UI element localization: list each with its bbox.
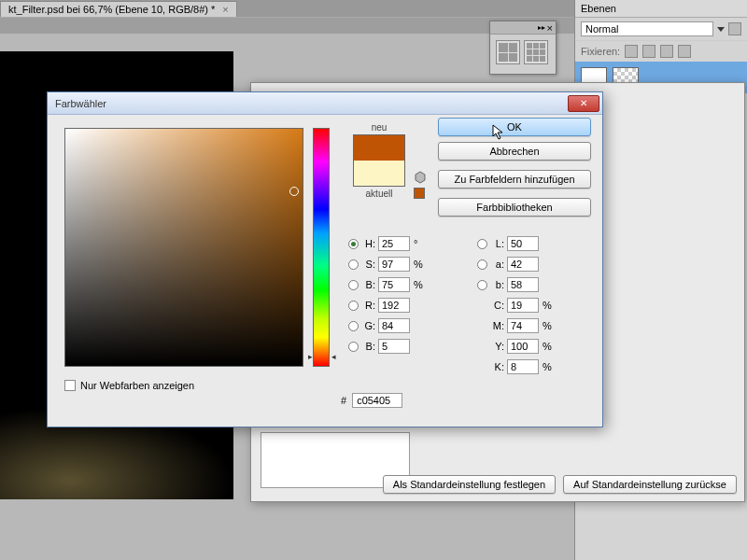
web-colors-checkbox[interactable] [64, 380, 76, 391]
hue-slider[interactable] [313, 128, 330, 367]
radio-g[interactable] [348, 321, 359, 331]
radio-s[interactable] [348, 259, 359, 270]
swatch-grid-icon[interactable] [524, 40, 548, 64]
hex-input[interactable]: c05405 [352, 393, 402, 408]
new-label: neu [346, 122, 412, 133]
color-picker-dialog: Farbwähler ✕ ▸ ◂ neu aktuell OK Abbreche… [47, 91, 603, 427]
websafe-swatch[interactable] [414, 188, 425, 199]
chevron-down-icon[interactable] [717, 27, 725, 32]
radio-r[interactable] [348, 301, 359, 311]
lock-all-icon[interactable] [678, 45, 691, 58]
a-input[interactable]: 42 [507, 257, 539, 272]
new-color [354, 135, 404, 161]
lock-label: Fixieren: [581, 46, 620, 57]
swatch-compare: neu aktuell [346, 122, 412, 201]
radio-l[interactable] [477, 239, 487, 249]
radio-a[interactable] [477, 259, 487, 270]
radio-bb[interactable] [348, 342, 359, 352]
h-input[interactable]: 25 [378, 236, 410, 251]
ok-button[interactable]: OK [438, 118, 591, 136]
color-libraries-button[interactable]: Farbbibliotheken [438, 198, 591, 217]
hsb-rgb-inputs: H:25° S:97% B:75% R:192 G:84 B:5 [348, 236, 430, 354]
document-tab-title: kt_Filter.psd bei 66,7% (Ebene 10, RGB/8… [8, 4, 215, 15]
g-input[interactable]: 84 [378, 318, 410, 333]
current-color [354, 161, 404, 186]
y-input[interactable]: 100 [507, 339, 539, 354]
current-label: aktuell [346, 189, 412, 199]
blend-mode-select[interactable]: Normal [581, 21, 713, 36]
hex-row: # c05405 [341, 393, 402, 408]
s-input[interactable]: 97 [378, 257, 410, 272]
lock-pixels-icon[interactable] [642, 45, 655, 58]
k-input[interactable]: 8 [507, 359, 539, 374]
web-colors-label: Nur Webfarben anzeigen [80, 380, 194, 391]
dialog-title: Farbwähler [55, 98, 106, 109]
lock-position-icon[interactable] [660, 45, 673, 58]
collapse-icon[interactable]: ▸▸ [538, 23, 545, 32]
lock-transparent-icon[interactable] [625, 45, 638, 58]
blend-mode-row: Normal [575, 18, 747, 41]
svg-marker-0 [416, 172, 425, 183]
m-input[interactable]: 74 [507, 318, 539, 333]
radio-lb[interactable] [477, 280, 487, 290]
lab-cmyk-inputs: L:50 a:42 b:58 C:19% M:74% Y:100% K:8% [477, 236, 559, 374]
layers-panel-title[interactable]: Ebenen [575, 0, 747, 18]
r-input[interactable]: 192 [378, 298, 410, 313]
web-colors-only[interactable]: Nur Webfarben anzeigen [64, 380, 194, 391]
c-input[interactable]: 19 [507, 298, 539, 313]
l-input[interactable]: 50 [507, 236, 539, 251]
close-icon[interactable]: × [547, 22, 553, 34]
panel-menu-icon[interactable] [728, 22, 741, 35]
cancel-button[interactable]: Abbrechen [438, 142, 591, 161]
b-input[interactable]: 75 [378, 277, 410, 292]
close-button[interactable]: ✕ [568, 95, 599, 112]
add-to-swatches-button[interactable]: Zu Farbfeldern hinzufügen [438, 170, 591, 189]
swatch-small-icon[interactable] [496, 40, 520, 64]
radio-h[interactable] [348, 239, 359, 249]
document-tab[interactable]: kt_Filter.psd bei 66,7% (Ebene 10, RGB/8… [0, 1, 237, 17]
color-swatch[interactable] [353, 134, 405, 187]
gamut-warning-icon[interactable] [414, 171, 427, 184]
swatches-float-panel[interactable]: ▸▸× [489, 21, 557, 75]
panel-handle[interactable]: ▸▸× [490, 21, 556, 35]
b2-input[interactable]: 5 [378, 339, 410, 354]
lock-row: Fixieren: [575, 41, 747, 62]
color-field-marker[interactable] [289, 187, 299, 196]
radio-b[interactable] [348, 280, 359, 290]
reset-default-button[interactable]: Auf Standardeinstellung zurückse [563, 475, 737, 494]
hue-marker-left-icon: ▸ [308, 352, 313, 361]
lb-input[interactable]: 58 [507, 277, 539, 292]
dialog-buttons: OK Abbrechen Zu Farbfeldern hinzufügen F… [438, 118, 591, 217]
dialog-titlebar[interactable]: Farbwähler ✕ [48, 92, 602, 115]
hue-marker-right-icon: ◂ [331, 352, 336, 361]
close-tab-icon[interactable]: × [222, 4, 228, 15]
hex-prefix: # [341, 395, 346, 406]
set-default-button[interactable]: Als Standardeinstellung festlegen [383, 475, 556, 494]
color-field[interactable] [64, 128, 303, 367]
